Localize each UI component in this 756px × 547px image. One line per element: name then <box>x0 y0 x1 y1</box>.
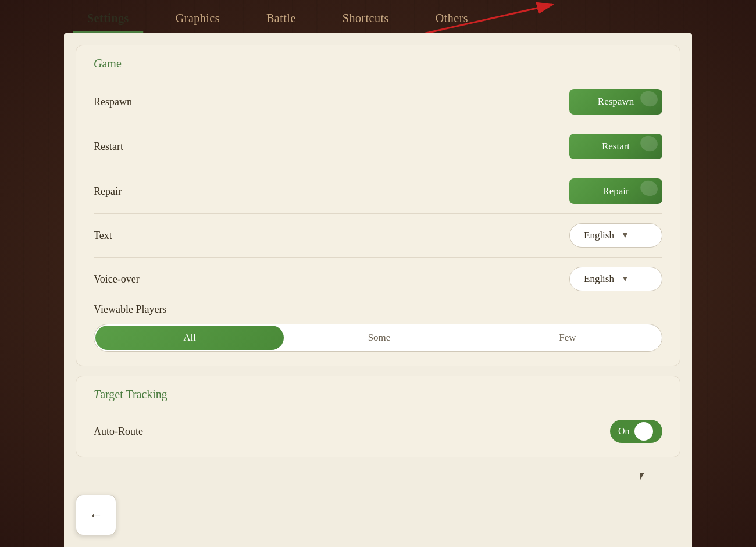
voiceover-dropdown[interactable]: English ▼ <box>569 267 662 291</box>
viewable-players-label: Viewable Players <box>94 303 662 316</box>
tab-graphics[interactable]: Graphics <box>152 6 243 33</box>
repair-label: Repair <box>94 185 122 198</box>
toggle-on-label: On <box>618 426 630 437</box>
tab-bar: Settings Graphics Battle Shortcuts Other… <box>64 0 692 33</box>
game-section-title: Game <box>94 57 662 70</box>
text-label: Text <box>94 230 112 242</box>
repair-button[interactable]: Repair <box>569 178 662 204</box>
respawn-button[interactable]: Respawn <box>569 89 662 115</box>
restart-button[interactable]: Restart <box>569 134 662 159</box>
voiceover-row: Voice-over English ▼ <box>94 258 662 301</box>
target-tracking-title: Target Tracking <box>94 388 662 401</box>
autoroute-toggle[interactable]: On <box>610 420 662 443</box>
viewable-players-toggle: All Some Few <box>94 324 662 352</box>
game-section: Game Respawn Respawn Restart Restart Rep… <box>76 45 680 366</box>
content-area: Game Respawn Respawn Restart Restart Rep… <box>64 33 692 547</box>
toggle-knob <box>634 422 653 441</box>
tab-settings[interactable]: Settings <box>64 6 152 33</box>
text-dropdown[interactable]: English ▼ <box>569 223 662 248</box>
autoroute-label: Auto-Route <box>94 426 143 438</box>
autoroute-row: Auto-Route On <box>94 410 662 443</box>
chevron-down-icon: ▼ <box>621 274 629 284</box>
repair-row: Repair Repair <box>94 169 662 214</box>
players-option-few[interactable]: Few <box>473 324 662 351</box>
restart-row: Restart Restart <box>94 124 662 169</box>
players-option-some[interactable]: Some <box>285 324 473 351</box>
voiceover-dropdown-value: English <box>584 273 614 285</box>
chevron-down-icon: ▼ <box>621 231 629 240</box>
back-button[interactable]: ← <box>76 495 116 535</box>
tab-others[interactable]: Others <box>412 6 491 33</box>
respawn-row: Respawn Respawn <box>94 80 662 124</box>
restart-label: Restart <box>94 141 123 153</box>
tab-battle[interactable]: Battle <box>243 6 319 33</box>
main-container: Settings Graphics Battle Shortcuts Other… <box>64 0 692 547</box>
voiceover-label: Voice-over <box>94 273 140 285</box>
text-row: Text English ▼ <box>94 214 662 258</box>
target-tracking-section: Target Tracking Auto-Route On <box>76 376 680 457</box>
players-option-all[interactable]: All <box>95 326 284 350</box>
viewable-players-row: Viewable Players All Some Few <box>94 301 662 352</box>
back-arrow-icon: ← <box>89 507 103 523</box>
respawn-label: Respawn <box>94 96 132 108</box>
text-dropdown-value: English <box>584 230 614 241</box>
tab-shortcuts[interactable]: Shortcuts <box>319 6 412 33</box>
